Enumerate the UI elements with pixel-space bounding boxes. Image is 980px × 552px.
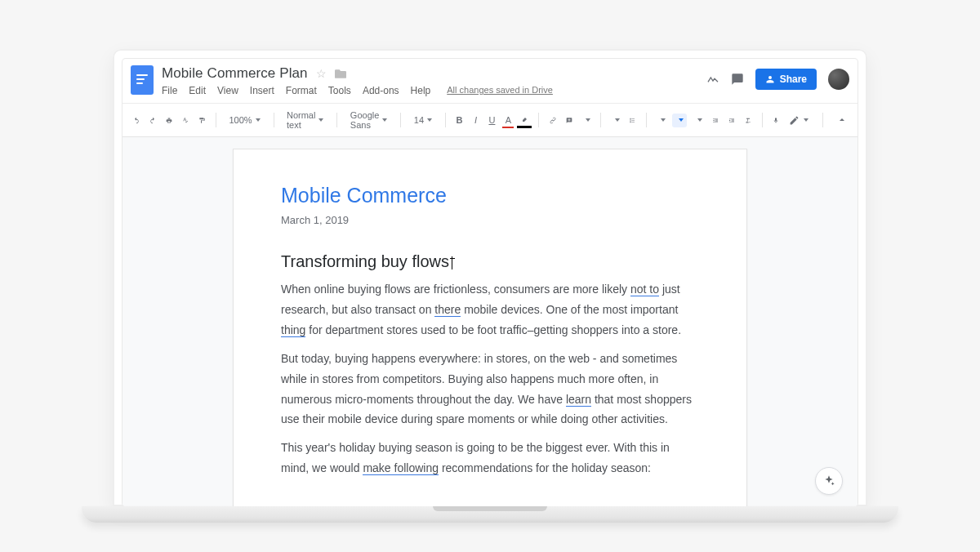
doc-title-heading[interactable]: Mobile Commerce xyxy=(281,184,699,207)
spellcheck-button[interactable] xyxy=(180,114,191,127)
grammar-suggestion[interactable]: not to xyxy=(630,283,659,296)
menu-format[interactable]: Format xyxy=(286,85,317,96)
star-icon[interactable]: ☆ xyxy=(316,67,327,80)
app-window: Mobile Commerce Plan ☆ File Edit View In… xyxy=(122,59,858,506)
clear-formatting-button[interactable] xyxy=(742,114,754,127)
highlight-color-button[interactable] xyxy=(519,114,530,127)
menu-addons[interactable]: Add-ons xyxy=(363,85,399,96)
paint-format-button[interactable] xyxy=(196,114,207,127)
share-button[interactable]: Share xyxy=(755,69,817,90)
print-button[interactable] xyxy=(163,114,175,127)
text-color-button[interactable]: A xyxy=(502,114,514,127)
comments-icon[interactable] xyxy=(731,73,744,86)
menu-help[interactable]: Help xyxy=(411,85,431,96)
checklist-button[interactable] xyxy=(655,114,668,127)
insert-image-button[interactable] xyxy=(580,114,593,127)
line-spacing-button[interactable] xyxy=(626,114,638,127)
menu-file[interactable]: File xyxy=(162,85,177,96)
grammar-suggestion[interactable]: thing xyxy=(281,323,305,337)
align-button[interactable] xyxy=(609,114,622,127)
bulleted-list-button[interactable] xyxy=(672,114,687,127)
editing-mode-button[interactable] xyxy=(786,114,811,127)
doc-paragraph-2[interactable]: But today, buying happens everywhere: in… xyxy=(281,349,699,430)
document-canvas[interactable]: Mobile Commerce March 1, 2019 Transformi… xyxy=(122,137,858,506)
menu-tools[interactable]: Tools xyxy=(328,85,351,96)
undo-button[interactable] xyxy=(131,114,142,127)
account-avatar[interactable] xyxy=(828,69,849,90)
grammar-suggestion[interactable]: learn xyxy=(566,393,591,407)
grammar-suggestion[interactable]: make following xyxy=(363,461,439,475)
doc-section-heading[interactable]: Transforming buy flows xyxy=(281,252,699,271)
doc-date[interactable]: March 1, 2019 xyxy=(281,214,699,226)
menu-edit[interactable]: Edit xyxy=(189,85,206,96)
hide-menus-button[interactable] xyxy=(835,114,849,127)
laptop-base xyxy=(82,506,898,523)
share-button-label: Share xyxy=(780,73,807,85)
insert-link-button[interactable] xyxy=(547,114,559,127)
indent-decrease-button[interactable] xyxy=(710,114,721,127)
docs-logo-icon[interactable] xyxy=(131,65,154,95)
redo-button[interactable] xyxy=(147,114,158,127)
numbered-list-button[interactable] xyxy=(692,114,705,127)
menubar: File Edit View Insert Format Tools Add-o… xyxy=(162,85,698,96)
insert-comment-button[interactable] xyxy=(564,114,575,127)
voice-typing-button[interactable] xyxy=(770,114,782,127)
indent-increase-button[interactable] xyxy=(726,114,737,127)
document-page[interactable]: Mobile Commerce March 1, 2019 Transformi… xyxy=(233,149,747,506)
zoom-select[interactable]: 100% xyxy=(224,114,265,127)
laptop-frame: Mobile Commerce Plan ☆ File Edit View In… xyxy=(113,49,867,506)
underline-button[interactable]: U xyxy=(486,114,497,127)
activity-icon[interactable] xyxy=(706,73,719,86)
doc-paragraph-1[interactable]: When online buying flows are frictionles… xyxy=(281,279,699,341)
italic-button[interactable]: I xyxy=(470,114,481,127)
font-size-select[interactable]: 14 xyxy=(409,114,437,127)
toolbar: 100% Normal text Google Sans 14 B I U A xyxy=(122,103,858,137)
paragraph-style-select[interactable]: Normal text xyxy=(282,109,328,131)
explore-button[interactable] xyxy=(815,467,843,495)
bold-button[interactable]: B xyxy=(453,114,465,127)
document-title[interactable]: Mobile Commerce Plan xyxy=(162,65,308,82)
doc-paragraph-3[interactable]: This year's holiday buying season is goi… xyxy=(281,438,699,479)
menu-insert[interactable]: Insert xyxy=(250,85,274,96)
font-select[interactable]: Google Sans xyxy=(345,109,392,131)
grammar-suggestion[interactable]: there xyxy=(434,303,461,317)
menu-view[interactable]: View xyxy=(217,85,238,96)
move-folder-icon[interactable] xyxy=(335,69,346,78)
save-status[interactable]: All changes saved in Drive xyxy=(447,85,553,96)
